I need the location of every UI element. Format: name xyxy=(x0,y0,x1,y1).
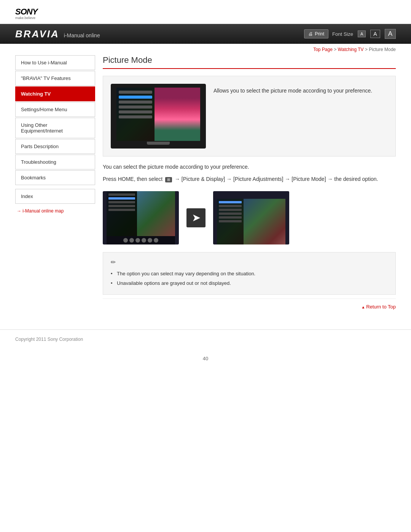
breadcrumb-current: Picture Mode xyxy=(369,47,396,52)
tv-flower-bg xyxy=(155,88,200,141)
print-icon: 🖨 xyxy=(308,31,313,37)
note-section: ✏ The option you can select may vary dep… xyxy=(103,252,396,295)
nav-right: 🖨 Print Font Size A A A xyxy=(304,29,396,39)
breadcrumb-top-page[interactable]: Top Page xyxy=(313,47,333,52)
footer: Copyright 2011 Sony Corporation xyxy=(0,329,411,348)
tv-screen xyxy=(116,88,200,141)
tv-screenshot-intro xyxy=(111,84,206,149)
font-large-button[interactable]: A xyxy=(385,29,396,39)
breadcrumb-watching-tv[interactable]: Watching TV xyxy=(338,47,364,52)
tv-stand xyxy=(147,142,170,145)
screenshots-row: ➤ xyxy=(103,191,396,244)
arrow-icon: → xyxy=(17,208,22,214)
screenshot-before xyxy=(103,191,179,244)
font-medium-button[interactable]: A xyxy=(370,30,380,38)
sidebar-item-settings[interactable]: Settings/Home Menu xyxy=(15,102,95,117)
sidebar-item-watching-tv[interactable]: Watching TV xyxy=(15,86,95,101)
sidebar-item-bookmarks[interactable]: Bookmarks xyxy=(15,170,95,185)
imanual-map-link[interactable]: → i-Manual online map xyxy=(15,208,95,214)
sidebar-item-how-to-use[interactable]: How to Use i-Manual xyxy=(15,55,95,70)
intro-description: Allows you to select the picture mode ac… xyxy=(213,84,372,149)
note-item-1: The option you can select may vary depen… xyxy=(111,269,388,279)
home-icon: ⊞ xyxy=(165,177,172,182)
imanual-label: i-Manual online xyxy=(64,32,100,38)
breadcrumb: Top Page > Watching TV > Picture Mode xyxy=(0,44,411,55)
font-small-button[interactable]: A xyxy=(358,30,366,37)
content-area: Picture Mode Allows you to sele xyxy=(103,55,396,314)
note-icon: ✏ xyxy=(111,259,388,266)
bravia-brand: BRAVIA xyxy=(15,28,59,40)
screenshot-screen-after xyxy=(217,199,285,244)
sidebar-item-index[interactable]: Index xyxy=(15,189,95,204)
intro-section: Allows you to select the picture mode ac… xyxy=(103,76,396,157)
main-layout: How to Use i-Manual "BRAVIA" TV Features… xyxy=(0,55,411,326)
nav-bar: BRAVIA i-Manual online 🖨 Print Font Size… xyxy=(0,24,411,44)
print-button[interactable]: 🖨 Print xyxy=(304,29,328,38)
sidebar-item-bravia-features[interactable]: "BRAVIA" TV Features xyxy=(15,71,95,86)
note-item-2: Unavailable options are grayed out or no… xyxy=(111,278,388,288)
sidebar-item-other-equipment[interactable]: Using Other Equipment/Internet xyxy=(15,118,95,138)
page-title: Picture Mode xyxy=(103,55,396,69)
top-header: SONY make.believe xyxy=(0,0,411,24)
menu-overlay xyxy=(116,88,155,141)
return-to-top: Return to Top xyxy=(103,299,396,314)
screenshot-after xyxy=(213,191,289,244)
arrow-forward-icon: ➤ xyxy=(186,208,206,227)
sidebar-item-parts-description[interactable]: Parts Description xyxy=(15,139,95,154)
bravia-logo: BRAVIA i-Manual online xyxy=(15,28,100,40)
font-size-label: Font Size xyxy=(332,31,353,37)
note-list: The option you can select may vary depen… xyxy=(111,269,388,288)
return-to-top-link[interactable]: Return to Top xyxy=(362,304,396,310)
body-text-1: You can select the picture mode accordin… xyxy=(103,163,396,171)
screenshot-screen-before xyxy=(107,191,175,236)
page-number: 40 xyxy=(0,348,411,369)
sidebar: How to Use i-Manual "BRAVIA" TV Features… xyxy=(15,55,95,314)
sidebar-item-troubleshooting[interactable]: Troubleshooting xyxy=(15,155,95,169)
body-text-2: Press HOME, then select ⊞ → [Picture & D… xyxy=(103,175,396,183)
copyright-text: Copyright 2011 Sony Corporation xyxy=(15,337,83,342)
sony-logo: SONY make.believe xyxy=(15,7,396,20)
